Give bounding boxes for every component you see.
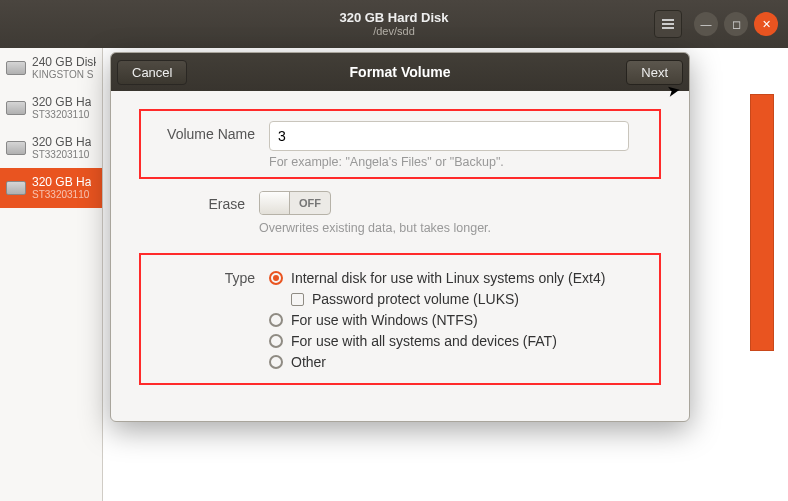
titlebar: 320 GB Hard Disk /dev/sdd ― ◻ ✕	[0, 0, 788, 48]
option-label: For use with Windows (NTFS)	[291, 312, 478, 328]
disk-sub: ST33203110	[32, 109, 91, 120]
erase-toggle[interactable]: OFF	[259, 191, 331, 215]
disk-sidebar: 240 GB Disk KINGSTON S 320 GB Ha ST33203…	[0, 48, 103, 501]
radio-icon	[269, 334, 283, 348]
maximize-button[interactable]: ◻	[724, 12, 748, 36]
volume-name-hint: For example: "Angela's Files" or "Backup…	[269, 155, 651, 169]
dialog-title: Format Volume	[350, 64, 451, 80]
toggle-state: OFF	[290, 197, 330, 209]
option-label: For use with all systems and devices (FA…	[291, 333, 557, 349]
option-label: Other	[291, 354, 326, 370]
next-button[interactable]: Next	[626, 60, 683, 85]
title-sub: /dev/sdd	[339, 25, 448, 37]
disk-icon	[6, 101, 26, 115]
erase-hint: Overwrites existing data, but takes long…	[259, 221, 661, 235]
disk-item[interactable]: 320 GB Ha ST33203110	[0, 128, 102, 168]
volume-strip	[750, 94, 774, 351]
hamburger-icon	[662, 23, 674, 25]
radio-icon	[269, 355, 283, 369]
type-option-other[interactable]: Other	[269, 354, 651, 370]
type-option-luks[interactable]: Password protect volume (LUKS)	[291, 291, 651, 307]
erase-label: Erase	[139, 191, 259, 212]
menu-button[interactable]	[654, 10, 682, 38]
title-main: 320 GB Hard Disk	[339, 11, 448, 25]
row-volume-name: Volume Name For example: "Angela's Files…	[149, 121, 651, 169]
volume-name-input[interactable]	[269, 121, 629, 151]
dialog-header: Cancel Format Volume Next	[111, 53, 689, 91]
volume-name-label: Volume Name	[149, 121, 269, 142]
type-option-ntfs[interactable]: For use with Windows (NTFS)	[269, 312, 651, 328]
radio-icon	[269, 271, 283, 285]
minimize-button[interactable]: ―	[694, 12, 718, 36]
type-option-ext4[interactable]: Internal disk for use with Linux systems…	[269, 270, 651, 286]
checkbox-icon	[291, 293, 304, 306]
cancel-button[interactable]: Cancel	[117, 60, 187, 85]
disk-icon	[6, 141, 26, 155]
disk-item[interactable]: 240 GB Disk KINGSTON S	[0, 48, 102, 88]
disk-icon	[6, 181, 26, 195]
type-label: Type	[149, 265, 269, 286]
disk-name: 320 GB Ha	[32, 95, 91, 109]
disks-window: 320 GB Hard Disk /dev/sdd ― ◻ ✕ 240 GB D…	[0, 0, 788, 501]
disk-name: 320 GB Ha	[32, 135, 91, 149]
disk-item[interactable]: 320 GB Ha ST33203110	[0, 88, 102, 128]
row-type: Type Internal disk for use with Linux sy…	[149, 265, 651, 375]
highlight-volume-name: Volume Name For example: "Angela's Files…	[139, 109, 661, 179]
disk-name: 320 GB Ha	[32, 175, 91, 189]
window-title: 320 GB Hard Disk /dev/sdd	[339, 11, 448, 37]
disk-name: 240 GB Disk	[32, 55, 96, 69]
disk-icon	[6, 61, 26, 75]
option-label: Password protect volume (LUKS)	[312, 291, 519, 307]
row-erase: Erase OFF Overwrites existing data, but …	[139, 191, 661, 235]
dialog-body: Volume Name For example: "Angela's Files…	[111, 91, 689, 421]
toggle-knob	[260, 192, 290, 214]
close-button[interactable]: ✕	[754, 12, 778, 36]
disk-sub: ST33203110	[32, 189, 91, 200]
option-label: Internal disk for use with Linux systems…	[291, 270, 605, 286]
disk-sub: KINGSTON S	[32, 69, 96, 80]
disk-item-selected[interactable]: 320 GB Ha ST33203110	[0, 168, 102, 208]
type-option-fat[interactable]: For use with all systems and devices (FA…	[269, 333, 651, 349]
format-dialog: Cancel Format Volume Next Volume Name Fo…	[110, 52, 690, 422]
radio-icon	[269, 313, 283, 327]
highlight-type: Type Internal disk for use with Linux sy…	[139, 253, 661, 385]
disk-sub: ST33203110	[32, 149, 91, 160]
window-controls: ― ◻ ✕	[654, 10, 778, 38]
